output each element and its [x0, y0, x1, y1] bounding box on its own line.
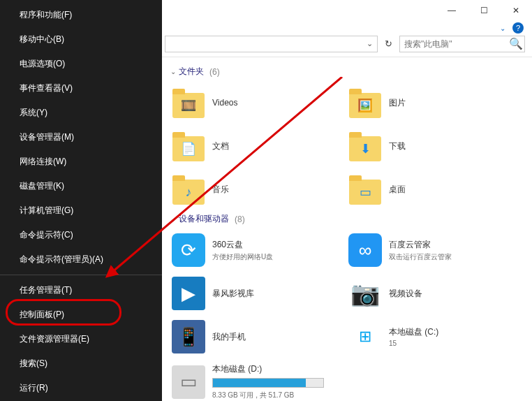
drive-phone[interactable]: 📱 我的手机	[170, 317, 347, 356]
menu-disk-management[interactable]: 磁盘管理(K)	[0, 174, 162, 198]
group-header-drives[interactable]: ⌄ 设备和驱动器 (8)	[170, 209, 524, 231]
winx-menu: 程序和功能(F) 移动中心(B) 电源选项(O) 事件查看器(V) 系统(Y) …	[0, 0, 162, 401]
downloads-icon: ⬇	[349, 136, 381, 161]
folder-documents[interactable]: 📄 文档	[170, 126, 347, 166]
menu-computer-management[interactable]: 计算机管理(G)	[0, 198, 162, 223]
folders-grid: 🎞️ Videos 🖼️ 图片 📄 文档 ⬇ 下载 ♪ 音乐 ▭ 桌面	[170, 83, 524, 209]
titlebar: — ☐ ✕	[162, 0, 532, 21]
search-icon[interactable]: 🔍	[509, 37, 523, 50]
ribbon-collapse-icon[interactable]: ⌄	[500, 24, 505, 32]
folder-music[interactable]: ♪ 音乐	[170, 170, 347, 209]
folder-desktop[interactable]: ▭ 桌面	[347, 170, 524, 209]
folder-pictures[interactable]: 🖼️ 图片	[347, 83, 524, 122]
menu-command-prompt[interactable]: 命令提示符(C)	[0, 223, 162, 247]
search-box[interactable]: 🔍	[399, 36, 525, 52]
menu-command-prompt-admin[interactable]: 命令提示符(管理员)(A)	[0, 247, 162, 272]
phone-icon: 📱	[172, 320, 205, 353]
menu-run[interactable]: 运行(R)	[0, 376, 162, 400]
group-header-folders[interactable]: ⌄ 文件夹 (6)	[170, 61, 524, 83]
menu-device-manager[interactable]: 设备管理器(M)	[0, 125, 162, 150]
documents-icon: 📄	[172, 136, 205, 161]
address-dropdown-icon[interactable]: ⌄	[367, 39, 373, 48]
webcam-icon: 📷	[350, 279, 380, 307]
drive-local-d[interactable]: ▭ 本地磁盘 (D:) 8.33 GB 可用 , 共 51.7 GB	[170, 360, 324, 401]
drive-360cloud[interactable]: ⟳ 360云盘 方便好用的网络U盘	[170, 231, 347, 270]
pictures-icon: 🖼️	[349, 93, 381, 118]
baidu-cloud-icon: ∞	[348, 233, 382, 267]
folder-videos[interactable]: 🎞️ Videos	[170, 83, 347, 122]
menu-programs-features[interactable]: 程序和功能(F)	[0, 3, 162, 27]
minimize-button[interactable]: —	[436, 0, 468, 21]
menu-event-viewer[interactable]: 事件查看器(V)	[0, 76, 162, 101]
address-bar-row: ⌄ ↻ 🔍	[162, 35, 532, 57]
music-icon: ♪	[172, 180, 205, 205]
menu-power-options[interactable]: 电源选项(O)	[0, 52, 162, 76]
menu-system[interactable]: 系统(Y)	[0, 101, 162, 125]
windows-icon: ⊞	[359, 328, 371, 346]
drive-baofeng[interactable]: ▶ 暴风影视库	[170, 274, 347, 313]
video-library-icon: ▶	[172, 277, 205, 310]
ribbon-helpbar: ⌄ ?	[162, 21, 532, 35]
chevron-down-icon: ⌄	[170, 215, 176, 223]
disk-usage-bar	[212, 378, 324, 388]
drive-local-c[interactable]: ⊞ 本地磁盘 (C:) 15	[347, 317, 524, 356]
videos-icon: 🎞️	[172, 93, 205, 118]
maximize-button[interactable]: ☐	[468, 0, 500, 21]
menu-separator	[0, 275, 162, 275]
menu-network-connections[interactable]: 网络连接(W)	[0, 150, 162, 174]
menu-control-panel[interactable]: 控制面板(P)	[0, 302, 162, 327]
address-bar[interactable]: ⌄	[165, 36, 378, 52]
search-input[interactable]	[404, 39, 509, 49]
drive-baidu[interactable]: ∞ 百度云管家 双击运行百度云管家	[347, 231, 524, 270]
content-pane[interactable]: ⌄ 文件夹 (6) 🎞️ Videos 🖼️ 图片 📄 文档 ⬇ 下载 ♪	[162, 57, 532, 401]
desktop-icon: ▭	[349, 180, 381, 205]
menu-search[interactable]: 搜索(S)	[0, 351, 162, 376]
drive-camera[interactable]: 📷 视频设备	[347, 274, 524, 313]
help-icon[interactable]: ?	[512, 22, 524, 34]
drives-grid: ⟳ 360云盘 方便好用的网络U盘 ∞ 百度云管家 双击运行百度云管家 ▶ 暴风…	[170, 231, 524, 401]
cloud-icon: ⟳	[172, 233, 205, 267]
close-button[interactable]: ✕	[500, 0, 532, 21]
file-explorer-window: — ☐ ✕ ⌄ ? ⌄ ↻ 🔍 ⌄ 文件夹 (6) 🎞️ Videos �	[162, 0, 532, 401]
folder-downloads[interactable]: ⬇ 下载	[347, 126, 524, 166]
refresh-icon[interactable]: ↻	[382, 38, 395, 49]
chevron-down-icon: ⌄	[170, 68, 176, 75]
disk-icon: ▭	[172, 365, 205, 399]
menu-mobility-center[interactable]: 移动中心(B)	[0, 27, 162, 52]
menu-file-explorer[interactable]: 文件资源管理器(E)	[0, 327, 162, 351]
